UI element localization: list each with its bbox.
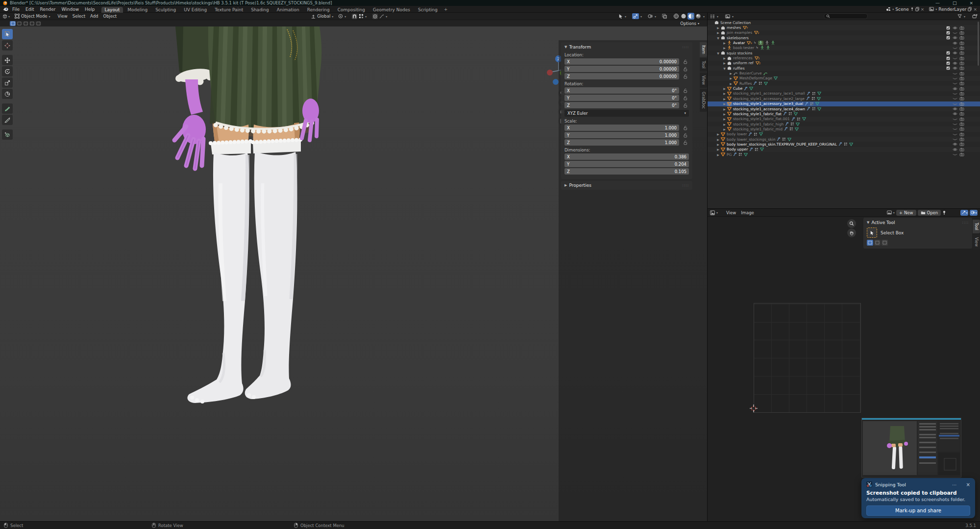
close-button[interactable]: × [969, 0, 973, 5]
eye-open-icon[interactable] [952, 36, 958, 40]
outliner-row-stocking-style1-accessory-lace1-small[interactable]: ▶stocking_style1_accessory_lace1_small [708, 91, 980, 96]
orientation-selector[interactable]: Global ▾ [311, 14, 333, 19]
options-dropdown[interactable]: Options▾ [680, 21, 699, 26]
expand-arrow[interactable]: ▶ [722, 92, 727, 95]
lock-icon[interactable] [682, 133, 689, 138]
eye-closed-icon[interactable] [952, 117, 958, 121]
camera-visibility-icon[interactable] [958, 148, 965, 151]
camera-visibility-icon[interactable] [958, 102, 965, 106]
unlink-scene-icon[interactable]: × [921, 7, 925, 12]
camera-visibility-icon[interactable] [958, 31, 965, 35]
camera-visibility-icon[interactable] [958, 152, 965, 156]
outliner-row-stocking-style1-accessory-lace2-large[interactable]: ▶stocking_style1_accessory_lace2_large [708, 96, 980, 101]
workspace-tab-scripting[interactable]: Scripting [415, 7, 441, 13]
outliner-row-stocking-style1-fabric-flat[interactable]: ▶stocking_style1_fabric_flat [708, 111, 980, 116]
outliner-row-stocking-style1-fabric-mid[interactable]: ▶stocking_style1_fabric_mid [708, 126, 980, 131]
select-mode-subtract-button[interactable] [23, 21, 28, 26]
add-cube-tool-button[interactable] [2, 129, 13, 140]
eye-closed-icon[interactable] [952, 127, 958, 131]
transform-dimensions-x-field[interactable]: X0.386 [564, 153, 689, 160]
expand-arrow[interactable]: ▶ [716, 143, 720, 146]
eye-open-icon[interactable] [952, 26, 958, 30]
exclude-checkbox[interactable] [945, 51, 952, 55]
eye-closed-icon[interactable] [952, 56, 958, 60]
blender-menu-logo[interactable] [3, 7, 8, 11]
add-workspace-button[interactable]: + [441, 7, 450, 12]
outliner-row-scene-collection[interactable]: Scene Collection [708, 20, 980, 25]
expand-arrow[interactable]: ▶ [722, 127, 727, 131]
outliner-row-boob-tester[interactable]: ▶boob tester↳ [708, 46, 980, 50]
camera-visibility-icon[interactable] [958, 132, 965, 136]
camera-visibility-icon[interactable] [958, 61, 965, 65]
scale-tool-button[interactable] [2, 77, 13, 88]
exclude-checkbox[interactable] [945, 36, 952, 40]
viewport-menu-view[interactable]: View [55, 14, 70, 19]
expand-arrow[interactable]: ▼ [716, 51, 720, 55]
eye-open-icon[interactable] [952, 51, 958, 55]
outliner-row-cube[interactable]: ▶Cube [708, 86, 980, 91]
transform-location-x-field[interactable]: X0.00000 [564, 58, 679, 65]
panel-grip-icon[interactable]: :::: [683, 183, 689, 187]
image-menu-image[interactable]: Image [738, 210, 757, 215]
browse-image-icon[interactable] [887, 210, 892, 215]
camera-visibility-icon[interactable] [958, 117, 965, 121]
transform-scale-z-field[interactable]: Z1.000 [564, 139, 679, 146]
character-model[interactable] [147, 26, 353, 414]
collapse-arrow-icon[interactable]: ▼ [867, 221, 869, 225]
workspace-tab-animation[interactable]: Animation [273, 7, 303, 13]
close-icon[interactable]: × [966, 482, 970, 487]
overlays-toggle-icon[interactable] [648, 14, 653, 19]
viewport-menu-select[interactable]: Select [70, 14, 88, 19]
eye-open-icon[interactable] [952, 66, 958, 70]
snipping-tool-notification[interactable]: Snipping Tool ⋯ × Screenshot copied to c… [861, 478, 975, 518]
expand-arrow[interactable]: ▶ [722, 56, 727, 60]
outliner-row-body-lower-stockings-skin[interactable]: ▶body lower_stockings_skin [708, 137, 980, 142]
outliner-row-ruffles[interactable]: ▶Ruffles [708, 81, 980, 86]
move-tool-button[interactable] [2, 55, 13, 65]
lock-icon[interactable] [682, 88, 689, 93]
measure-tool-button[interactable] [2, 115, 13, 125]
transform-scale-y-field[interactable]: Y1.000 [564, 132, 679, 138]
camera-visibility-icon[interactable] [958, 46, 965, 50]
outliner-row-beziercurve[interactable]: ▶BezierCurve [708, 71, 980, 76]
expand-arrow[interactable]: ▶ [716, 153, 720, 156]
collapse-arrow-icon[interactable]: ▼ [564, 45, 567, 49]
shading-material-preview-button[interactable] [687, 13, 694, 20]
lock-icon[interactable] [682, 103, 689, 108]
outliner-search-input[interactable] [824, 13, 868, 19]
expand-arrow[interactable]: ▶ [722, 46, 727, 50]
menu-edit[interactable]: Edit [23, 7, 37, 12]
expand-arrow[interactable]: ▶ [722, 117, 727, 121]
tool-mode-set-button[interactable] [867, 240, 873, 246]
transform-rotation-x-field[interactable]: X0° [564, 87, 679, 94]
expand-arrow[interactable]: ▶ [716, 132, 720, 136]
camera-visibility-icon[interactable] [958, 142, 965, 146]
eye-closed-icon[interactable] [952, 76, 958, 80]
outliner-row-avatar[interactable]: ▶Avatar9↳ [708, 40, 980, 45]
selectability-visibility-icon[interactable] [618, 14, 623, 19]
shading-rendered-button[interactable] [695, 13, 702, 20]
eye-closed-icon[interactable] [952, 31, 958, 35]
outliner-row-stocking-style1-fabric-high[interactable]: ▶stocking_style1_fabric_high [708, 122, 980, 126]
outliner-row-references[interactable]: ▶references3 [708, 55, 980, 60]
outliner-row-uniform-ref[interactable]: ▶uniform ref2 [708, 61, 980, 66]
xray-toggle-icon[interactable] [662, 14, 667, 19]
expand-arrow[interactable]: ▶ [722, 107, 727, 111]
properties-panel[interactable]: ▶ Properties :::: [561, 181, 692, 190]
expand-arrow[interactable]: ▶ [729, 76, 733, 80]
eye-open-icon[interactable] [952, 107, 958, 111]
camera-visibility-icon[interactable] [958, 76, 965, 80]
camera-visibility-icon[interactable] [958, 87, 965, 91]
open-image-button[interactable]: Open [918, 210, 941, 216]
eye-open-icon[interactable] [952, 61, 958, 65]
new-layer-icon[interactable] [968, 7, 972, 11]
rotate-tool-button[interactable] [2, 66, 13, 76]
expand-arrow[interactable]: ▼ [716, 36, 720, 40]
workspace-tab-compositing[interactable]: Compositing [334, 7, 368, 13]
exclude-checkbox[interactable] [945, 56, 952, 60]
outliner-row-join-examples[interactable]: ▶join examples2 [708, 30, 980, 35]
workspace-tab-shading[interactable]: Shading [247, 7, 272, 13]
camera-visibility-icon[interactable] [958, 81, 965, 85]
select-mode-extend-button[interactable] [16, 21, 22, 26]
outliner-scrollbar[interactable] [978, 22, 979, 66]
